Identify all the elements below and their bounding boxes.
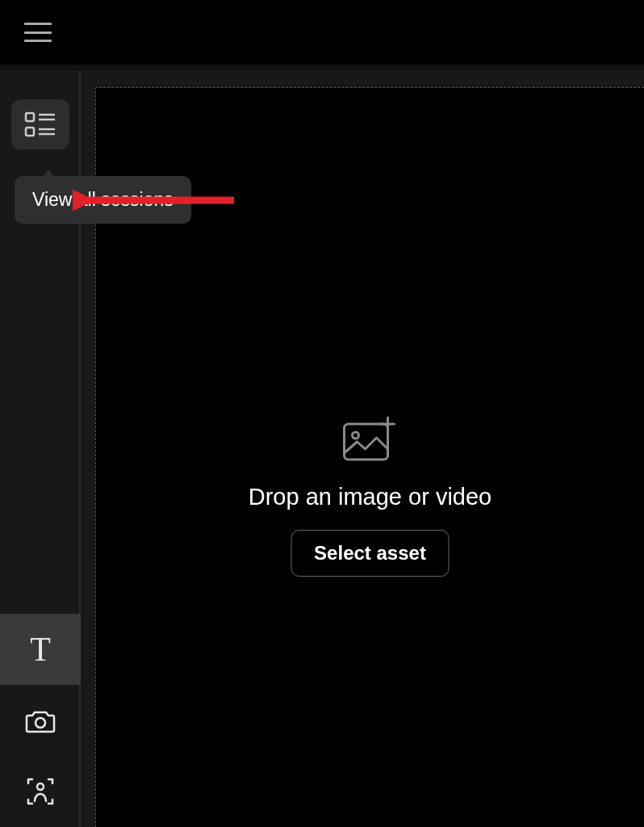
svg-point-7 [37,783,44,790]
session-list-icon [24,111,56,137]
svg-point-6 [36,718,45,728]
drop-zone-text: Drop an image or video [96,484,644,510]
svg-point-9 [353,432,359,439]
svg-rect-0 [26,113,34,121]
add-image-icon [341,416,399,463]
tooltip-label: View all sessions [32,189,174,210]
camera-icon [25,707,56,733]
select-asset-button[interactable]: Select asset [291,530,450,577]
svg-rect-3 [26,128,34,136]
text-tool-button[interactable]: T [0,614,81,685]
hamburger-menu-icon[interactable] [24,23,52,42]
sessions-tooltip: View all sessions [15,176,191,224]
drop-zone-content: Drop an image or video Select asset [96,416,644,577]
text-tool-icon: T [30,630,51,669]
tool-rail: T [0,614,81,827]
top-bar [0,0,644,65]
pose-tool-button[interactable] [0,756,81,827]
main-area: T View all sessions [0,71,644,827]
view-all-sessions-button[interactable] [11,99,69,149]
camera-tool-button[interactable] [0,685,81,756]
pose-person-icon [26,777,55,806]
divider [0,65,644,71]
